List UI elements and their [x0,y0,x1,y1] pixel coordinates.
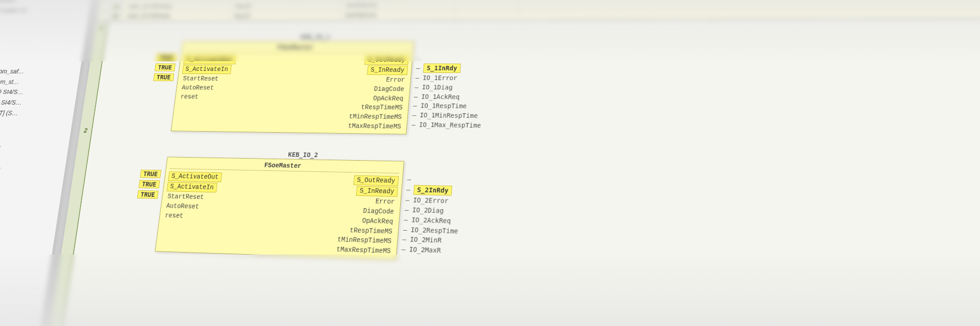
tree-item[interactable]: KEB_IO_1 [<-KEB_IO_1] (VFIO SI4/S… [0,86,74,98]
output-variable[interactable]: IO_2AckReq [411,215,451,225]
output-variable[interactable]: IO_2Diag [412,206,444,215]
function-block[interactable]: FSoeMasterS_ActivateOutS_OutReadyS_Activ… [170,41,414,134]
fb-input-pin[interactable]: StartReset [181,74,220,83]
fb-input-lead[interactable]: TRUE [138,180,160,189]
fb-input-lead[interactable]: TRUE [137,190,159,199]
tree-item-label: KEB_IO_2 [->KEB_IO_2] (KEB-IO SafeDIn4/S… [0,148,1,161]
fb-input-pin[interactable]: reset [179,93,201,101]
fb-input-lead[interactable]: TRUE [140,170,161,179]
fb-output-pin[interactable]: DiagCode [372,85,406,93]
output-variable[interactable]: IO_1Diag [422,83,453,92]
fbd-canvas[interactable]: 12 KEB_IO_1TRUETRUETRUEFSoeMasterS_Activ… [46,18,980,326]
fb-output-link[interactable]: —IO_2RespTime [403,225,458,236]
var-decl-table[interactable]: Line Scope Name Type Initial … Comment 2… [96,0,980,21]
fb-output-pin[interactable]: S_OutReady [353,175,399,186]
fb-output-pin[interactable]: S_OutReady [364,56,409,65]
wire-icon: — [403,225,407,234]
fb-output-link[interactable]: —IO_2Error [405,195,460,206]
fb-input-lead[interactable]: TRUE [156,54,177,61]
cell-init[interactable] [454,9,518,19]
fb-output-link[interactable]: —IO_1RespTime [413,102,483,111]
fb-output-link[interactable]: —IO_2Diag [404,205,460,215]
tree-item[interactable]: from_safety_to_standard [<-from_saf… [0,66,77,77]
fb-output-link[interactable]: —IO_2AckReq [404,215,459,225]
fb-output-link[interactable]: —IO_1Max_RespTime [411,120,481,130]
wire-icon: — [416,64,421,72]
fb-input-lead[interactable] [136,203,157,204]
fb-output-pin[interactable]: S_InReady [356,186,398,197]
fb-output-pin[interactable]: tMaxRespTimeMS [346,122,403,131]
output-variable[interactable]: IO_1AckReq [421,92,460,101]
output-variable[interactable]: IO_1MinRespTime [420,111,478,120]
const-value[interactable]: TRUE [153,73,174,81]
cell-type[interactable]: SAFEBOOL [340,0,456,10]
fb-output-link[interactable]: —S_2InRdy [406,185,461,196]
fb-input-pin[interactable]: S_ActivateOut [168,171,222,182]
fb-output-pin[interactable]: S_InReady [367,65,408,74]
tree-item[interactable]: KEB_IO_2 [<-KEB_IO_2] (VFIO SI4/S… [0,96,72,109]
fb-output-pin[interactable]: tMinRespTimeMS [347,113,404,122]
cell-scope[interactable]: VAR_EXTERNAL [123,1,231,11]
const-value[interactable]: TRUE [138,180,160,189]
fb-output-link[interactable]: —IO_1AckReq [413,92,483,102]
cell-type[interactable]: SAFEBOOL [339,10,455,20]
output-variable[interactable]: IO_2RespTime [410,225,458,236]
fb-input-lead[interactable]: TRUE [155,63,176,71]
fb-output-link[interactable]: —IO_1Error [415,73,484,82]
fb-input-pin[interactable]: S_ActivateIn [182,65,232,74]
output-variable[interactable]: IO_1Error [423,73,458,82]
fb-output-pin[interactable]: OpAckReq [360,216,395,226]
fb-output-link[interactable]: —IO_1Diag [414,83,484,92]
tree-item-label: S6A_EtherCAT [<-S6A_EtherCAT] (S… [0,107,19,118]
fb-input-pin[interactable]: S_ActivateOut [183,55,236,64]
cell-scope[interactable]: VAR_EXTERNAL [122,11,230,21]
output-variable[interactable]: IO_1RespTime [420,102,467,111]
fb-input-pin[interactable]: reset [163,211,185,220]
tree-item[interactable]: from_standard_to_safety [<-from_st… [0,76,75,87]
fb-input-pin[interactable]: AutoReset [164,202,201,211]
fb-instance-name[interactable]: KEB_IO_1 [205,33,430,40]
tree-item[interactable]: Logical I/Os [0,56,78,66]
fb-output-pin[interactable]: Error [373,197,397,206]
fb-output-pin[interactable]: Error [384,76,407,84]
fb-output-pin[interactable]: tMaxRespTimeMS [334,245,393,256]
wire-icon: — [414,83,419,91]
fb-output-pin[interactable]: tMinRespTimeMS [335,235,394,246]
const-value[interactable]: TRUE [155,63,176,71]
fb-input-lead[interactable]: TRUE [153,73,174,81]
fb-output-link[interactable]: — [416,54,485,63]
tree-item[interactable]: KEB_C6_SMART_Coupler (KEB_C6_SMART_Coupl… [0,5,86,16]
fb-output-link[interactable]: — [407,175,462,185]
tree-item[interactable]: Safety Logic [0,25,83,36]
fb-input-pin[interactable]: StartReset [165,192,206,202]
fb-output-pin[interactable]: tRespTimeMS [359,104,405,113]
fb-output-pin[interactable]: tRespTimeMS [348,226,395,236]
output-variable[interactable]: S_2InRdy [413,185,452,196]
const-value[interactable]: TRUE [137,190,159,199]
cell-init[interactable] [455,0,519,10]
fb-input-lead[interactable] [137,200,157,201]
fb-output-pin[interactable]: OpAckReq [371,94,405,103]
const-value[interactable]: TRUE [140,170,161,179]
cell-line: 23 [98,2,125,12]
cell-name[interactable]: Input2 [230,1,342,11]
fb-input-pin[interactable]: S_ActivateIn [166,182,217,193]
const-value[interactable]: TRUE [156,54,177,61]
fb-input-pin[interactable]: AutoReset [180,84,216,92]
fb-output-link[interactable]: —IO_2MinR [402,235,457,246]
output-variable[interactable]: IO_2MaxR [409,245,441,256]
function-block[interactable]: FSoeMasterS_ActivateOutS_OutReadyS_Activ… [155,157,404,259]
output-variable[interactable]: IO_2MinR [409,235,442,245]
tree-item[interactable]: S6A_EtherCAT [<-S6A_EtherCAT] (S… [0,106,70,119]
tree-item[interactable]: Library Manager [0,45,80,56]
fb-output-link[interactable]: —IO_1MinRespTime [412,111,482,120]
output-variable[interactable]: S_1InRdy [423,63,461,73]
tree-item[interactable]: KEB_IO_Safe_PLC (KEB IO Safe PLC) [0,15,85,26]
fb-output-link[interactable]: —IO_2MaxR [401,245,457,256]
cell-name[interactable]: Input3 [229,10,340,20]
fb-output-link[interactable]: —S_1InRdy [416,63,485,73]
fb-output-pin[interactable]: DiagCode [361,207,396,216]
output-variable[interactable]: IO_1Max_RespTime [419,120,481,130]
output-variable[interactable]: IO_2Error [413,196,449,206]
tree-item[interactable]: safety_plc [0,35,82,45]
